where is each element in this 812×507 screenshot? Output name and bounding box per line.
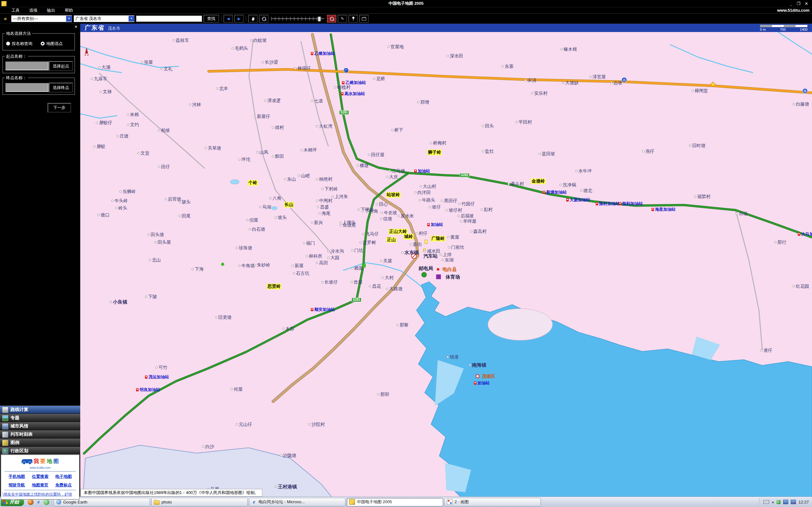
map-label: 塘口: [97, 212, 109, 218]
region-value: 广东省 茂名市: [74, 16, 103, 21]
find-button[interactable]: 查找: [204, 15, 219, 22]
windows-flag-icon: [3, 499, 8, 504]
choose-start-button[interactable]: 选择起点: [49, 61, 73, 71]
map-area: 广东省 茂名市 0 m 700 1400 荔枝车白蚊坡毛鹤头官屋地橡木根深水田长…: [80, 24, 812, 497]
network-icon[interactable]: [783, 500, 788, 504]
end-point-field[interactable]: [5, 83, 49, 92]
sidebar-item-行政区划[interactable]: 行政区划: [0, 447, 80, 455]
menu-item-输出[interactable]: 输出: [47, 8, 55, 13]
village-dot-icon: [300, 149, 303, 151]
village-dot-icon: [232, 47, 234, 49]
forward-button[interactable]: ▶: [235, 15, 244, 22]
menu-item-帮助[interactable]: 帮助: [65, 8, 73, 13]
village-dot-icon: [793, 103, 795, 105]
measure-pen-tool[interactable]: ✎: [338, 15, 347, 22]
promo-link-位置搜索[interactable]: 位置搜索: [29, 474, 52, 480]
pushpin-tool[interactable]: [349, 15, 358, 22]
zoom-in-tool[interactable]: +: [327, 15, 336, 22]
map-label: 马湖: [259, 205, 271, 210]
restore-button[interactable]: ❐: [797, 1, 800, 6]
map-label: 牛角塘: [238, 263, 255, 269]
map-label: 可竹: [155, 365, 167, 371]
promo-marquee-link[interactable]: \朋友在中国地图上找到你的位置吗，赶快: [1, 491, 79, 497]
menu-item-工具[interactable]: 工具: [11, 8, 20, 13]
promo-link-手机地图[interactable]: 手机地图: [5, 474, 29, 480]
village-dot-icon: [110, 301, 112, 303]
promo-link-电子地图[interactable]: 电子地图: [52, 474, 75, 480]
gas-pump-icon: [596, 202, 598, 205]
village-dot-icon: [316, 178, 318, 180]
map-label: 森高村: [470, 229, 487, 234]
task-button[interactable]: 中国电子地图 2005: [347, 498, 443, 506]
media-player-icon[interactable]: [28, 499, 34, 505]
sidebar-item-图例[interactable]: 图例: [0, 439, 80, 447]
map-label: 樟闸堂: [692, 88, 708, 94]
agent-tray-icon[interactable]: [776, 500, 780, 504]
village-dot-icon: [373, 78, 375, 80]
radio-pick-on-map[interactable]: 地图选点: [41, 41, 63, 47]
map-label: 白洋田: [414, 190, 431, 195]
village-dot-icon: [236, 424, 238, 426]
radio-query-by-name[interactable]: 按名称查询: [6, 41, 32, 47]
tray-chevron-icon[interactable]: «: [772, 500, 774, 504]
network-error-icon[interactable]: [791, 500, 796, 504]
logo-char: 地: [47, 458, 52, 465]
next-step-button[interactable]: 下一步: [48, 103, 71, 112]
zoom-out-tool[interactable]: −: [259, 15, 268, 22]
category-dropdown[interactable]: ---所有类别--- ▼: [11, 15, 72, 22]
map-label: 田头塘: [148, 232, 164, 238]
village-dot-icon: [172, 39, 175, 42]
promo-link-地图黄页[interactable]: 地图黄页: [29, 482, 52, 488]
menu-bar: 工具选项输出帮助www.51ditu.com: [0, 7, 812, 14]
keyboard-icon[interactable]: [763, 500, 769, 504]
collapse-sidebar-button[interactable]: «: [1, 16, 9, 21]
back-button[interactable]: ◀: [223, 15, 233, 22]
start-label: 开始: [9, 499, 19, 505]
sidebar-item-路线计算[interactable]: 路线计算: [0, 406, 80, 414]
messenger-icon[interactable]: [44, 499, 49, 505]
village-dot-icon: [380, 218, 382, 220]
pan-hand-tool[interactable]: [248, 15, 258, 22]
choose-end-button[interactable]: 选择终点: [49, 83, 73, 93]
radio-icon-checked[interactable]: [41, 42, 45, 46]
village-dot-icon: [694, 195, 696, 198]
topic-icon: [2, 415, 8, 421]
promo-link-免费标点[interactable]: 免费标点: [52, 482, 75, 488]
close-button[interactable]: ✕: [805, 1, 808, 6]
chevron-down-icon[interactable]: ▼: [66, 16, 72, 21]
village-dot-icon: [580, 189, 582, 192]
expressway-name-char: 高: [622, 77, 627, 83]
car-logo-icon: [21, 459, 32, 463]
map-canvas[interactable]: 荔枝车白蚊坡毛鹤头官屋地橡木根深水田长沙梁东寨大涌张屋文礼棒塥仔尼桥蚶榄村九庙车…: [80, 32, 812, 497]
map-label: 昌盛: [317, 205, 329, 210]
task-button[interactable]: photo: [151, 498, 248, 506]
promo-link-驾驶导航[interactable]: 驾驶导航: [5, 482, 29, 488]
group-title: 终点名称：: [5, 75, 28, 81]
sidebar-close-icon[interactable]: ✕: [74, 24, 78, 29]
slider-thumb[interactable]: [318, 16, 321, 21]
village-dot-icon: [96, 122, 98, 124]
search-input[interactable]: [136, 15, 202, 22]
task-button[interactable]: 2 - 画图: [444, 498, 541, 506]
map-label: 大塘缺: [562, 80, 578, 86]
radio-icon[interactable]: [6, 42, 10, 46]
minimize-button[interactable]: _: [790, 1, 792, 6]
village-dot-icon: [284, 178, 286, 180]
layers-folder-tool[interactable]: [359, 15, 368, 22]
sidebar-item-专题[interactable]: 专题: [0, 414, 80, 422]
menu-item-选项[interactable]: 选项: [29, 8, 38, 13]
village-dot-icon: [98, 66, 101, 68]
sidebar-item-城市风情[interactable]: 城市风情: [0, 422, 80, 430]
sidebar-item-列车时刻表[interactable]: 列车时刻表: [0, 430, 80, 439]
gas-pump-icon: [427, 223, 430, 226]
chevron-down-icon[interactable]: ▼: [129, 16, 134, 21]
village-dot-icon: [560, 48, 563, 50]
zoom-slider[interactable]: [270, 15, 325, 22]
village-dot-icon: [179, 201, 181, 203]
map-label: 乙烯加油站: [311, 51, 335, 56]
village-dot-icon: [236, 247, 238, 249]
task-button[interactable]: e电白同乡论坛 - Microso...: [249, 498, 345, 506]
start-point-field[interactable]: [5, 61, 49, 70]
internet-explorer-icon[interactable]: e: [36, 499, 42, 505]
region-dropdown[interactable]: 广东省 茂名市 ▼: [73, 15, 135, 22]
